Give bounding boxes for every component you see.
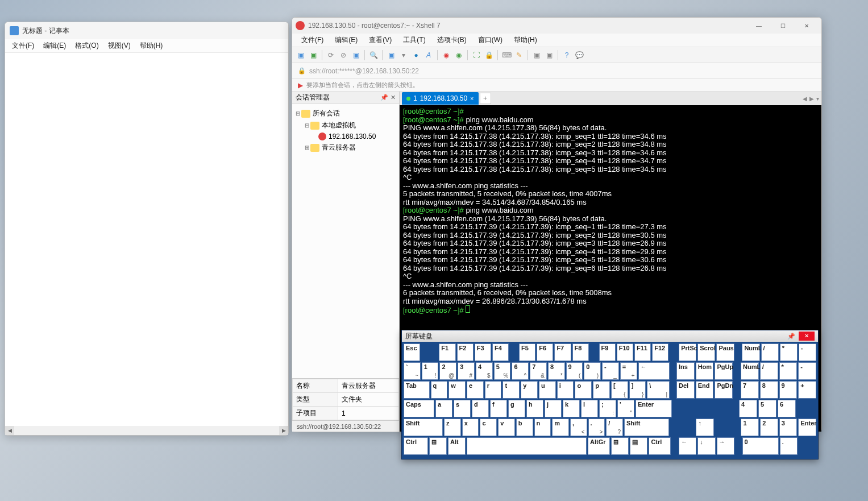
- key-x[interactable]: x: [462, 419, 479, 436]
- tab-prev-icon[interactable]: ◀: [803, 96, 807, 102]
- tab-close-icon[interactable]: ×: [470, 95, 474, 102]
- key-pgdn[interactable]: PgDn: [715, 381, 733, 399]
- key-l[interactable]: l: [581, 400, 598, 417]
- disconnect-icon[interactable]: ⊘: [338, 50, 348, 60]
- help-icon[interactable]: ?: [562, 50, 572, 60]
- key-=[interactable]: =+: [620, 362, 637, 380]
- key-f12[interactable]: F12: [652, 343, 668, 361]
- key-↑[interactable]: ↑: [696, 419, 714, 436]
- menu-item[interactable]: 编辑(E): [329, 34, 363, 46]
- tab-next-icon[interactable]: ▶: [809, 96, 814, 102]
- key-8[interactable]: 8: [760, 381, 778, 399]
- key-f11[interactable]: F11: [634, 343, 651, 361]
- feedback-icon[interactable]: 💬: [574, 50, 584, 60]
- key-3[interactable]: 3#: [458, 362, 475, 380]
- key-pgup[interactable]: PgUp: [715, 362, 733, 380]
- key-c[interactable]: c: [480, 419, 497, 436]
- key-numl[interactable]: NumL: [741, 362, 759, 380]
- expand-icon[interactable]: ⊞: [304, 144, 310, 151]
- key-t[interactable]: t: [502, 381, 520, 399]
- xshell-red-icon[interactable]: ◉: [441, 50, 451, 60]
- key-f9[interactable]: F9: [599, 343, 616, 361]
- paste-icon[interactable]: ▾: [398, 50, 409, 60]
- menu-item[interactable]: 工具(T): [397, 34, 431, 46]
- notepad-titlebar[interactable]: 无标题 - 记事本: [5, 22, 288, 39]
- highlight-icon[interactable]: ✎: [514, 50, 524, 60]
- notepad-editor[interactable]: [5, 53, 288, 426]
- key-g[interactable]: g: [508, 400, 525, 417]
- key-f4[interactable]: F4: [492, 343, 509, 361]
- key-0[interactable]: 0: [742, 437, 779, 455]
- menu-item[interactable]: 文件(F): [296, 34, 329, 46]
- key-f5[interactable]: F5: [519, 343, 535, 361]
- key-e[interactable]: e: [467, 381, 484, 399]
- key-shift[interactable]: Shift: [404, 419, 443, 436]
- key-9[interactable]: 9: [779, 381, 798, 399]
- key-u[interactable]: u: [539, 381, 556, 399]
- key-.[interactable]: .: [780, 437, 798, 455]
- key-2[interactable]: 2: [760, 419, 778, 436]
- key-shift[interactable]: Shift: [624, 419, 669, 436]
- key-5[interactable]: 5%: [494, 362, 511, 380]
- key-'[interactable]: '": [617, 400, 634, 417]
- key-caps[interactable]: Caps: [404, 400, 434, 417]
- key-ins[interactable]: Ins: [676, 362, 695, 380]
- notepad-window[interactable]: 无标题 - 记事本 文件(F)编辑(E)格式(O)视图(V)帮助(H) ◀ ▶: [5, 22, 289, 436]
- key-2[interactable]: 2@: [439, 362, 456, 380]
- tree-session-1[interactable]: 192.168.130.50: [294, 131, 397, 142]
- key-j[interactable]: j: [545, 400, 562, 417]
- key-paus[interactable]: Paus: [716, 343, 734, 361]
- key--[interactable]: -: [799, 343, 816, 361]
- script-icon[interactable]: ▣: [531, 50, 542, 60]
- copy-icon[interactable]: ▣: [386, 50, 396, 60]
- osk-close-button[interactable]: ✕: [799, 332, 815, 341]
- key-v[interactable]: v: [498, 419, 515, 436]
- scroll-right-icon[interactable]: ▶: [279, 426, 288, 435]
- key-ctrl[interactable]: Ctrl: [649, 437, 671, 455]
- key-/[interactable]: /: [761, 343, 779, 361]
- xftp-icon[interactable]: ◉: [454, 50, 464, 60]
- key-scrol[interactable]: Scrol: [697, 343, 715, 361]
- key-blank[interactable]: [467, 437, 587, 455]
- key-f[interactable]: f: [490, 400, 507, 417]
- key-↓[interactable]: ↓: [697, 437, 715, 455]
- key-/[interactable]: /?: [606, 419, 623, 436]
- reconnect-icon[interactable]: ⟳: [326, 50, 336, 60]
- xshell-titlebar[interactable]: 192.168.130.50 - root@centos7:~ - Xshell…: [292, 18, 821, 34]
- key-n[interactable]: n: [534, 419, 551, 436]
- key-/[interactable]: /: [760, 362, 778, 380]
- key-4[interactable]: 4$: [476, 362, 493, 380]
- menu-item[interactable]: 视图(V): [103, 40, 135, 52]
- key-esc[interactable]: Esc: [404, 343, 420, 361]
- key-4[interactable]: 4: [739, 400, 757, 417]
- properties-icon[interactable]: ▣: [351, 50, 361, 60]
- key-o[interactable]: o: [575, 381, 592, 399]
- key--[interactable]: -: [798, 362, 816, 380]
- key-i[interactable]: i: [557, 381, 574, 399]
- session-tree[interactable]: ⊟ 所有会话 ⊟ 本地虚拟机 192.168.130.50 ⊞ 青云服务器: [292, 104, 399, 378]
- key-1[interactable]: 1!: [422, 362, 439, 380]
- tree-group-qingyun[interactable]: ⊞ 青云服务器: [294, 142, 397, 154]
- collapse-icon[interactable]: ⊟: [294, 110, 301, 117]
- menu-item[interactable]: 查看(V): [363, 34, 397, 46]
- key-f10[interactable]: F10: [617, 343, 633, 361]
- key-m[interactable]: m: [552, 419, 569, 436]
- font-icon[interactable]: A: [423, 50, 434, 60]
- key-\[interactable]: \|: [647, 381, 670, 399]
- key-prtsc[interactable]: PrtSc: [679, 343, 696, 361]
- key-←[interactable]: ←: [638, 362, 670, 380]
- key-6[interactable]: 6: [778, 400, 796, 417]
- key-f8[interactable]: F8: [572, 343, 589, 361]
- key-w[interactable]: w: [448, 381, 466, 399]
- menu-item[interactable]: 编辑(E): [39, 40, 70, 52]
- key-numl[interactable]: NumL: [742, 343, 759, 361]
- key-7[interactable]: 7&: [530, 362, 547, 380]
- key-7[interactable]: 7: [741, 381, 759, 399]
- search-icon[interactable]: 🔍: [368, 50, 379, 60]
- osk-pin-icon[interactable]: 📌: [787, 333, 795, 340]
- key-q[interactable]: q: [431, 381, 448, 399]
- key-b[interactable]: b: [516, 419, 533, 436]
- close-button[interactable]: ✕: [795, 19, 818, 32]
- minimize-button[interactable]: —: [747, 19, 770, 32]
- tree-root[interactable]: ⊟ 所有会话: [294, 107, 397, 119]
